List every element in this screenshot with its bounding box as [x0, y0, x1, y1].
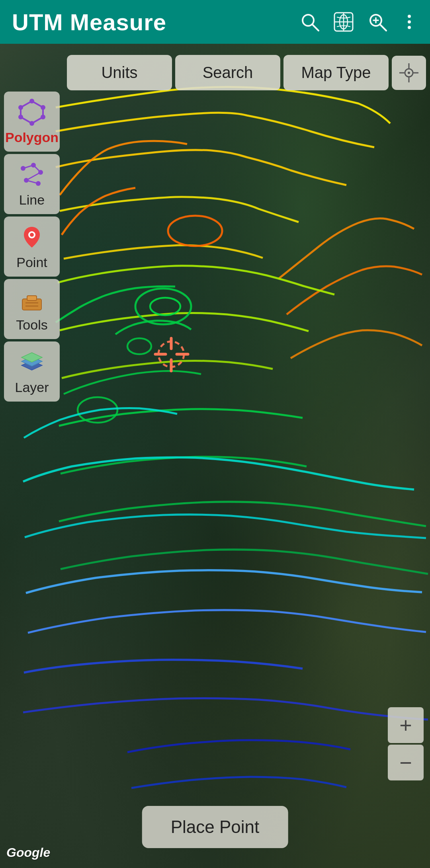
svg-point-15 [150, 298, 180, 315]
place-point-button[interactable]: Place Point [142, 806, 288, 848]
line-tool[interactable]: Line [4, 154, 60, 214]
zoom-in-button[interactable]: + [388, 707, 424, 743]
globe-icon[interactable] [333, 11, 354, 33]
svg-rect-44 [27, 296, 37, 300]
svg-point-13 [168, 216, 222, 246]
search-icon[interactable] [299, 12, 320, 32]
layer-label: Layer [15, 380, 49, 395]
tools-tool[interactable]: Tools [4, 279, 60, 339]
point-icon [18, 223, 46, 252]
location-button[interactable] [392, 56, 426, 90]
line-label: Line [19, 192, 45, 208]
svg-point-35 [18, 105, 23, 110]
svg-point-34 [18, 115, 23, 119]
svg-point-11 [408, 20, 411, 23]
tools-icon [18, 285, 46, 314]
polygon-icon [18, 98, 46, 127]
zoom-controls: + − [388, 707, 424, 780]
app-header: UTM Measure [0, 0, 430, 44]
toolbar: Units Search Map Type [67, 55, 426, 90]
svg-line-7 [380, 24, 386, 31]
contour-lines [0, 44, 430, 868]
svg-point-32 [41, 115, 45, 119]
svg-marker-29 [21, 101, 43, 123]
svg-point-12 [408, 26, 411, 29]
svg-point-10 [408, 15, 411, 18]
svg-point-30 [29, 99, 34, 103]
search-button[interactable]: Search [175, 55, 280, 90]
map-type-button[interactable]: Map Type [283, 55, 389, 90]
layer-icon [18, 348, 46, 376]
point-tool[interactable]: Point [4, 217, 60, 277]
polygon-label: Polygon [5, 130, 59, 145]
sidebar: Polygon Line [4, 92, 60, 404]
layer-tool[interactable]: Layer [4, 341, 60, 402]
svg-point-16 [127, 338, 151, 354]
polygon-tool[interactable]: Polygon [4, 92, 60, 152]
google-watermark: Google [6, 845, 50, 860]
tools-label: Tools [16, 317, 47, 333]
svg-point-14 [135, 289, 191, 324]
app-title: UTM Measure [12, 9, 287, 35]
svg-point-33 [29, 121, 34, 126]
units-button[interactable]: Units [67, 55, 172, 90]
more-vertical-icon[interactable] [401, 13, 418, 31]
svg-line-1 [312, 24, 319, 31]
zoom-in-icon[interactable] [367, 12, 388, 32]
point-label: Point [16, 255, 47, 270]
map-area[interactable]: Units Search Map Type [0, 44, 430, 868]
svg-point-42 [30, 233, 34, 237]
svg-point-24 [408, 72, 410, 74]
line-icon [18, 160, 46, 189]
svg-point-31 [41, 105, 45, 110]
zoom-out-button[interactable]: − [388, 745, 424, 780]
